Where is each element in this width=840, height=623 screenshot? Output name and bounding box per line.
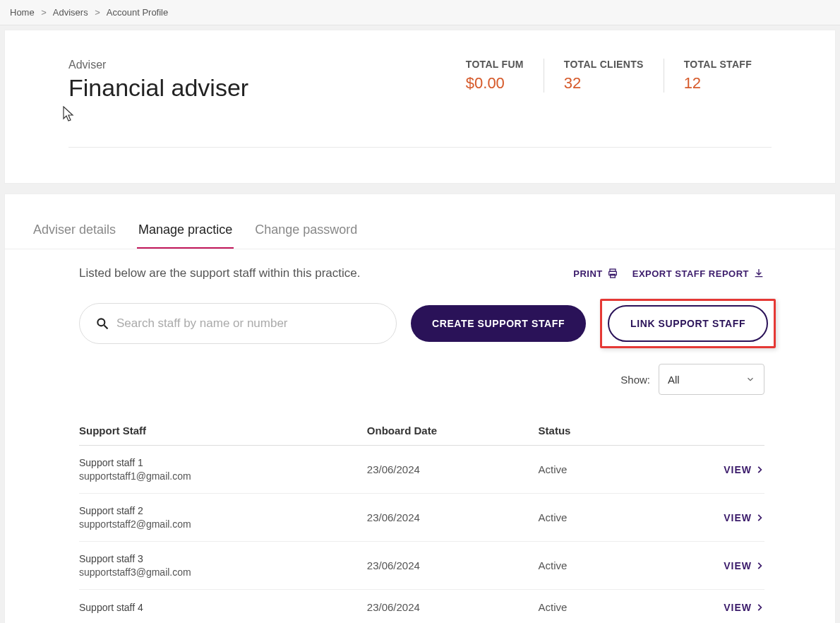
col-header-onboard-date: Onboard Date (367, 416, 539, 446)
cursor-icon (63, 106, 243, 123)
show-filter-select[interactable]: All (659, 364, 764, 395)
tabs: Adviser details Manage practice Change p… (5, 215, 835, 249)
download-icon (753, 268, 764, 279)
search-input[interactable] (116, 316, 380, 331)
stat-total-staff: TOTAL STAFF 12 (664, 59, 772, 93)
stat-label: TOTAL CLIENTS (564, 59, 644, 70)
stat-label: TOTAL STAFF (684, 59, 752, 70)
filter-label: Show: (620, 374, 650, 386)
staff-email: supportstaff2@gmail.com (79, 518, 367, 530)
highlight-annotation: LINK SUPPORT STAFF (600, 299, 776, 348)
stat-value: 32 (564, 74, 644, 93)
stat-label: TOTAL FUM (466, 59, 524, 70)
stat-value: 12 (684, 74, 752, 93)
tab-manage-practice[interactable]: Manage practice (137, 215, 234, 249)
header-card: Adviser Financial adviser TOTAL FUM $0.0… (4, 30, 836, 184)
view-button[interactable]: VIEW (724, 560, 764, 571)
table-row: Support staff 1 supportstaff1@gmail.com … (79, 446, 764, 494)
chevron-down-icon (745, 374, 755, 384)
breadcrumb-current: Account Profile (107, 7, 168, 18)
table-row: Support staff 2 supportstaff2@gmail.com … (79, 494, 764, 542)
export-staff-report-button[interactable]: EXPORT STAFF REPORT (632, 268, 764, 279)
status: Active (539, 494, 676, 542)
stat-total-fum: TOTAL FUM $0.00 (446, 59, 544, 93)
search-box[interactable] (79, 303, 397, 344)
onboard-date: 23/06/2024 (367, 590, 539, 624)
table-row: Support staff 4 23/06/2024 Active VIEW (79, 590, 764, 624)
print-label: PRINT (573, 268, 603, 279)
stats-row: TOTAL FUM $0.00 TOTAL CLIENTS 32 TOTAL S… (446, 59, 772, 93)
onboard-date: 23/06/2024 (367, 446, 539, 494)
chevron-right-icon (755, 465, 764, 475)
stat-value: $0.00 (466, 74, 524, 93)
view-button[interactable]: VIEW (724, 602, 764, 613)
print-icon (607, 268, 618, 279)
staff-name: Support staff 1 (79, 457, 367, 468)
title-block: Adviser Financial adviser (68, 59, 248, 119)
link-support-staff-button[interactable]: LINK SUPPORT STAFF (608, 305, 768, 342)
breadcrumb-advisers[interactable]: Advisers (53, 7, 88, 18)
staff-email: supportstaff1@gmail.com (79, 470, 367, 482)
breadcrumb-separator: > (95, 7, 100, 18)
view-button[interactable]: VIEW (724, 512, 764, 523)
breadcrumb-home[interactable]: Home (10, 7, 35, 18)
select-value: All (668, 374, 680, 386)
svg-line-4 (104, 326, 108, 329)
staff-name: Support staff 4 (79, 602, 367, 613)
col-header-support-staff: Support Staff (79, 416, 367, 446)
page-subtitle: Adviser (68, 59, 248, 71)
export-label: EXPORT STAFF REPORT (632, 268, 749, 279)
onboard-date: 23/06/2024 (367, 494, 539, 542)
staff-table: Support Staff Onboard Date Status Suppor… (79, 416, 764, 623)
staff-name: Support staff 2 (79, 505, 367, 516)
create-support-staff-button[interactable]: CREATE SUPPORT STAFF (411, 305, 586, 342)
staff-email: supportstaff3@gmail.com (79, 566, 367, 578)
view-button[interactable]: VIEW (724, 464, 764, 475)
print-button[interactable]: PRINT (573, 268, 618, 279)
content-card: Adviser details Manage practice Change p… (4, 194, 836, 623)
tab-adviser-details[interactable]: Adviser details (32, 215, 117, 249)
tab-change-password[interactable]: Change password (253, 215, 359, 249)
breadcrumb: Home > Advisers > Account Profile (0, 0, 840, 25)
table-row: Support staff 3 supportstaff3@gmail.com … (79, 542, 764, 590)
onboard-date: 23/06/2024 (367, 542, 539, 590)
svg-point-3 (97, 319, 104, 326)
staff-name: Support staff 3 (79, 553, 367, 564)
col-header-status: Status (539, 416, 676, 446)
stat-total-clients: TOTAL CLIENTS 32 (544, 59, 664, 93)
col-header-action (676, 416, 764, 446)
status: Active (539, 542, 676, 590)
section-description: Listed below are the support staff withi… (79, 266, 360, 280)
status: Active (539, 590, 676, 624)
search-icon (95, 316, 109, 331)
status: Active (539, 446, 676, 494)
chevron-right-icon (755, 603, 764, 612)
chevron-right-icon (755, 513, 764, 523)
breadcrumb-separator: > (41, 7, 47, 18)
page-title: Financial adviser (68, 74, 248, 102)
chevron-right-icon (755, 561, 764, 571)
